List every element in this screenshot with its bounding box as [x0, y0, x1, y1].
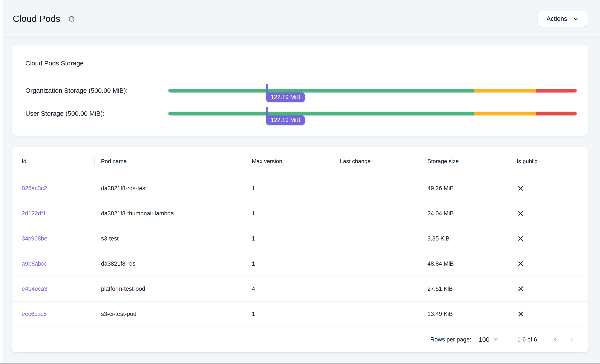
- table-pagination: Rows per page: 100 1-6 of 6: [12, 327, 588, 352]
- usage-badge: 122.19 MiB: [266, 116, 305, 125]
- previous-page-button[interactable]: [549, 333, 561, 346]
- user-storage-row: User Storage (500.00 MiB): 122.19 MiB: [25, 105, 577, 122]
- bar-segment-amber: [474, 112, 535, 116]
- rows-per-page-label: Rows per page:: [430, 336, 471, 343]
- storage-size-cell: 27.51 KiB: [421, 276, 510, 301]
- last-change-cell: [333, 201, 421, 226]
- last-change-cell: [333, 301, 421, 327]
- org-storage-bar: 122.19 MiB: [168, 82, 577, 99]
- max-version-cell: 1: [245, 251, 333, 276]
- org-storage-label: Organization Storage (500.00 MiB):: [25, 82, 168, 99]
- table-row: a9b8abcc da3821f8-rds 1 48.84 MiB: [12, 251, 588, 276]
- pod-name-cell: platform-test-pod: [94, 276, 245, 301]
- x-mark-icon: [517, 235, 525, 242]
- pod-name-cell: s3-ci-test-pod: [94, 301, 245, 327]
- cloud-pods-table: Id Pod name Max version Last change Stor…: [12, 147, 588, 327]
- rows-per-page-select[interactable]: 100: [478, 336, 498, 343]
- page-title: Cloud Pods: [13, 14, 60, 24]
- pod-name-cell: da3821f8-thumbnail-lambda: [94, 201, 245, 226]
- storage-size-cell: 13.49 KiB: [421, 301, 510, 327]
- column-header-storage-size[interactable]: Storage size: [421, 147, 510, 176]
- cloud-pods-storage-card: Cloud Pods Storage Organization Storage …: [12, 46, 588, 136]
- bar-segment-green: [168, 89, 474, 92]
- column-header-is-public[interactable]: Is public: [510, 147, 588, 176]
- storage-size-cell: 3.35 KiB: [421, 226, 510, 251]
- table-row: 025ac3c2 da3821f8-rds-test 1 49.26 MiB: [12, 176, 588, 201]
- pod-id-link[interactable]: e4b4eca3: [22, 286, 47, 292]
- x-mark-icon: [517, 209, 525, 217]
- bar-segment-green: [168, 112, 474, 116]
- cloud-pods-table-card: Id Pod name Max version Last change Stor…: [12, 147, 588, 352]
- usage-marker: [266, 84, 268, 93]
- chevron-right-icon: [568, 336, 575, 343]
- main-content: Cloud Pods Storage Organization Storage …: [0, 46, 600, 352]
- pod-id-link[interactable]: 025ac3c2: [22, 185, 47, 191]
- x-mark-icon: [517, 184, 525, 192]
- pod-name-cell: s3-test: [94, 226, 245, 251]
- x-mark-icon: [517, 310, 525, 318]
- max-version-cell: 1: [245, 201, 333, 226]
- last-change-cell: [333, 251, 421, 276]
- rows-per-page-value: 100: [478, 336, 489, 343]
- max-version-cell: 1: [245, 176, 333, 201]
- last-change-cell: [333, 276, 421, 301]
- bar-segment-red: [536, 112, 577, 116]
- column-header-id[interactable]: Id: [12, 147, 94, 176]
- page-header: Cloud Pods Actions: [0, 0, 600, 38]
- table-row: 34c968be s3-test 1 3.35 KiB: [12, 226, 588, 251]
- user-storage-bar: 122.19 MiB: [168, 105, 577, 122]
- storage-size-cell: 49.26 MiB: [421, 176, 510, 201]
- org-storage-row: Organization Storage (500.00 MiB): 122.1…: [25, 82, 577, 99]
- table-row: eec6cac5 s3-ci-test-pod 1 13.49 KiB: [12, 301, 588, 327]
- x-mark-icon: [517, 260, 525, 268]
- column-header-max-version[interactable]: Max version: [245, 147, 333, 176]
- actions-button-label: Actions: [546, 15, 567, 22]
- storage-size-cell: 24.04 MiB: [421, 201, 510, 226]
- collapsed-sidebar-edge: [0, 0, 3, 364]
- column-header-pod-name[interactable]: Pod name: [94, 147, 245, 176]
- storage-card-title: Cloud Pods Storage: [25, 59, 577, 67]
- triangle-down-icon: [493, 338, 498, 341]
- column-header-last-change[interactable]: Last change: [333, 147, 421, 176]
- x-mark-icon: [517, 285, 525, 293]
- bar-segment-amber: [474, 89, 535, 92]
- user-storage-bar-track: [168, 112, 577, 116]
- last-change-cell: [333, 176, 421, 201]
- chevron-left-icon: [552, 336, 559, 343]
- table-header-row: Id Pod name Max version Last change Stor…: [12, 147, 588, 176]
- max-version-cell: 1: [245, 301, 333, 327]
- refresh-button[interactable]: [66, 13, 77, 25]
- pod-name-cell: da3821f8-rds-test: [94, 176, 245, 201]
- bar-segment-red: [536, 89, 577, 92]
- usage-marker: [266, 107, 268, 116]
- pod-id-link[interactable]: a9b8abcc: [22, 260, 47, 267]
- user-storage-label: User Storage (500.00 MiB):: [25, 105, 168, 122]
- pod-name-cell: da3821f8-rds: [94, 251, 245, 276]
- actions-button[interactable]: Actions: [538, 11, 588, 27]
- next-page-button[interactable]: [565, 333, 577, 346]
- chevron-down-icon: [572, 16, 579, 22]
- table-row: e4b4eca3 platform-test-pod 4 27.51 KiB: [12, 276, 588, 301]
- pod-id-link[interactable]: 34c968be: [22, 235, 47, 242]
- pagination-range-label: 1-6 of 6: [517, 336, 537, 343]
- max-version-cell: 1: [245, 226, 333, 251]
- last-change-cell: [333, 226, 421, 251]
- org-storage-bar-track: [168, 89, 577, 92]
- usage-badge: 122.19 MiB: [266, 92, 305, 102]
- pod-id-link[interactable]: eec6cac5: [22, 311, 47, 317]
- storage-size-cell: 48.84 MiB: [421, 251, 510, 276]
- max-version-cell: 4: [245, 276, 333, 301]
- table-row: 2d122df1 da3821f8-thumbnail-lambda 1 24.…: [12, 201, 588, 226]
- refresh-icon: [67, 15, 76, 23]
- pod-id-link[interactable]: 2d122df1: [22, 210, 46, 217]
